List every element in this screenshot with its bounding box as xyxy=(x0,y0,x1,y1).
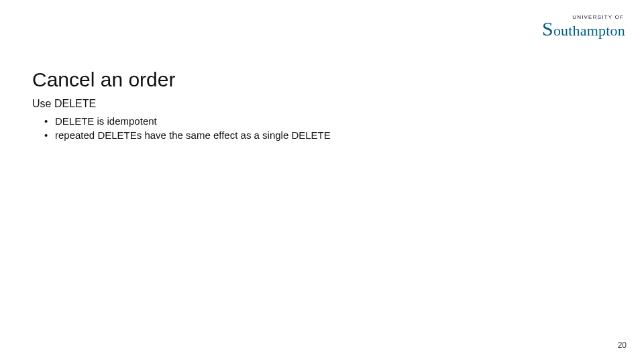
logo-supertitle: UNIVERSITY OF xyxy=(542,15,625,20)
slide: UNIVERSITY OF Southampton Cancel an orde… xyxy=(0,0,644,362)
logo-wordmark: Southampton xyxy=(542,21,625,38)
bullet-list: DELETE is idempotent repeated DELETEs ha… xyxy=(32,115,331,141)
logo-rest: outhampton xyxy=(553,23,625,38)
logo-initial: S xyxy=(542,21,553,37)
slide-title: Cancel an order xyxy=(32,68,175,91)
list-item: repeated DELETEs have the same effect as… xyxy=(55,129,331,141)
university-logo: UNIVERSITY OF Southampton xyxy=(542,15,625,38)
body-lead: Use DELETE xyxy=(32,98,331,110)
page-number: 20 xyxy=(618,341,627,350)
list-item: DELETE is idempotent xyxy=(55,115,331,127)
slide-body: Use DELETE DELETE is idempotent repeated… xyxy=(32,98,331,143)
